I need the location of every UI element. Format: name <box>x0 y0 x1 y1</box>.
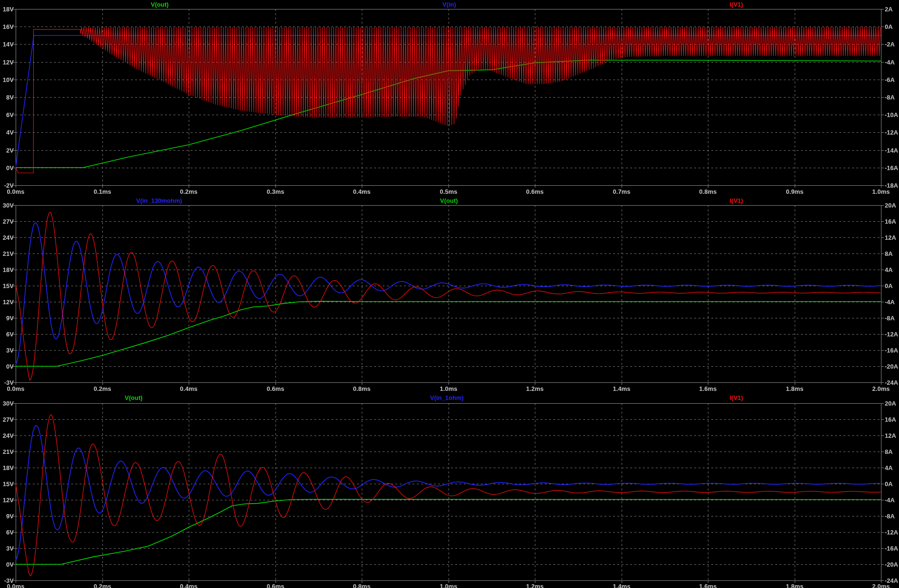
pane2-ytick-left-30V: 30V <box>0 202 14 208</box>
pane1-ytick-left-10V: 10V <box>0 77 14 83</box>
pane3-time-tick-1.2ms: 1.2ms <box>515 583 555 588</box>
pane3-ytick-left-30V: 30V <box>0 400 14 407</box>
pane2-ytick-right-0A: 0A <box>885 283 893 289</box>
pane1-ytick-left-18V: 18V <box>0 6 14 12</box>
pane2-time-tick-0.4ms: 0.4ms <box>169 386 209 392</box>
pane1-ytick-right--12A: -12A <box>885 129 898 136</box>
pane3-time-tick-1.8ms: 1.8ms <box>775 583 815 588</box>
pane1-ytick-left-4V: 4V <box>0 129 14 136</box>
pane2-ytick-left-9V: 9V <box>0 315 14 321</box>
pane3-time-tick-1.6ms: 1.6ms <box>688 583 728 588</box>
pane2-time-tick-0.8ms: 0.8ms <box>342 386 382 392</box>
pane2-ytick-right--12A: -12A <box>885 331 898 337</box>
waveform-viewer: V(out)V(in)I(V1)18V16V14V12V10V8V6V4V2V0… <box>0 0 899 588</box>
trace-label-i-v1-[interactable]: I(V1) <box>730 198 743 204</box>
pane3-ytick-right-0A: 0A <box>885 481 893 487</box>
pane3-ytick-left-0V: 0V <box>0 561 14 568</box>
pane1-time-tick-0.6ms: 0.6ms <box>515 189 555 195</box>
pane1-ytick-left-6V: 6V <box>0 112 14 118</box>
pane2-ytick-right--20A: -20A <box>885 363 898 370</box>
pane2-ytick-right-12A: 12A <box>885 235 896 241</box>
pane3-ytick-right-20A: 20A <box>885 400 896 407</box>
pane2-time-tick-1.2ms: 1.2ms <box>515 386 555 392</box>
pane1-time-tick-0.9ms: 0.9ms <box>775 189 815 195</box>
pane2-ytick-right-20A: 20A <box>885 202 896 208</box>
pane2-time-tick-2.0ms: 2.0ms <box>861 386 899 392</box>
pane2-time-tick-0.6ms: 0.6ms <box>256 386 295 392</box>
trace-label-i-v1-[interactable]: I(V1) <box>730 395 743 401</box>
pane3-ytick-right--8A: -8A <box>885 513 895 519</box>
trace-label-v-in-130mohm-[interactable]: V(in_130mohm) <box>136 198 182 204</box>
pane3-ytick-left-24V: 24V <box>0 433 14 439</box>
pane3-time-tick-0.0ms: 0.0ms <box>0 583 36 588</box>
pane3-ytick-right--12A: -12A <box>885 529 898 535</box>
pane2-ytick-right--16A: -16A <box>885 347 898 353</box>
pane1-ytick-left-16V: 16V <box>0 24 14 30</box>
pane3-ytick-right--16A: -16A <box>885 545 898 552</box>
pane3-ytick-left-21V: 21V <box>0 449 14 455</box>
trace-label-v-out-[interactable]: V(out) <box>440 198 458 204</box>
pane3-ytick-right-16A: 16A <box>885 416 896 423</box>
pane1-time-tick-0.8ms: 0.8ms <box>688 189 728 195</box>
trace-label-v-in-1ohm-[interactable]: V(in_1ohm) <box>430 395 464 401</box>
pane3-ytick-right-8A: 8A <box>885 449 893 455</box>
pane1-time-tick-0.4ms: 0.4ms <box>342 189 382 195</box>
pane2-ytick-right--8A: -8A <box>885 315 895 321</box>
pane2-time-tick-0.0ms: 0.0ms <box>0 386 36 392</box>
pane2-time-tick-1.0ms: 1.0ms <box>429 386 468 392</box>
pane2-ytick-left-6V: 6V <box>0 331 14 337</box>
pane2-time-tick-1.6ms: 1.6ms <box>688 386 728 392</box>
pane1-ytick-left-12V: 12V <box>0 59 14 65</box>
pane1-ytick-left-8V: 8V <box>0 94 14 100</box>
pane1-time-tick-0.0ms: 0.0ms <box>0 189 36 195</box>
waveform-plot-canvas[interactable] <box>0 0 899 588</box>
pane3-ytick-left-6V: 6V <box>0 529 14 535</box>
pane3-ytick-left-12V: 12V <box>0 497 14 503</box>
pane1-time-tick-1.0ms: 1.0ms <box>861 189 899 195</box>
pane3-time-tick-1.4ms: 1.4ms <box>602 583 642 588</box>
pane1-time-tick-0.5ms: 0.5ms <box>429 189 468 195</box>
trace-label-v-out-[interactable]: V(out) <box>125 395 143 401</box>
pane2-ytick-left-18V: 18V <box>0 267 14 273</box>
pane3-time-tick-0.6ms: 0.6ms <box>256 583 295 588</box>
pane1-ytick-left-2V: 2V <box>0 147 14 154</box>
pane3-time-tick-0.2ms: 0.2ms <box>83 583 122 588</box>
pane3-ytick-left-3V: 3V <box>0 545 14 552</box>
pane2-ytick-left-15V: 15V <box>0 283 14 289</box>
pane2-ytick-left-24V: 24V <box>0 235 14 241</box>
pane3-ytick-right--4A: -4A <box>885 497 895 503</box>
trace-label-i-v1-[interactable]: I(V1) <box>730 1 743 8</box>
pane1-ytick-right--16A: -16A <box>885 165 898 171</box>
pane1-ytick-right--6A: -6A <box>885 77 895 83</box>
pane3-ytick-right--20A: -20A <box>885 561 898 568</box>
pane2-time-tick-1.8ms: 1.8ms <box>775 386 815 392</box>
pane2-ytick-left-21V: 21V <box>0 251 14 257</box>
pane2-ytick-right--4A: -4A <box>885 299 895 305</box>
pane2-ytick-left-12V: 12V <box>0 299 14 305</box>
pane1-time-tick-0.3ms: 0.3ms <box>256 189 295 195</box>
pane3-ytick-left-18V: 18V <box>0 465 14 471</box>
pane1-ytick-left-14V: 14V <box>0 41 14 47</box>
pane2-ytick-left-3V: 3V <box>0 347 14 353</box>
pane3-ytick-left-27V: 27V <box>0 416 14 423</box>
pane2-ytick-left-0V: 0V <box>0 363 14 370</box>
pane3-ytick-left-15V: 15V <box>0 481 14 487</box>
pane3-ytick-right-4A: 4A <box>885 465 893 471</box>
pane3-ytick-left-9V: 9V <box>0 513 14 519</box>
pane1-ytick-left-0V: 0V <box>0 165 14 171</box>
pane2-ytick-right-16A: 16A <box>885 218 896 225</box>
trace-label-v-out-[interactable]: V(out) <box>151 1 169 8</box>
pane1-time-tick-0.1ms: 0.1ms <box>83 189 122 195</box>
pane2-time-tick-0.2ms: 0.2ms <box>83 386 122 392</box>
pane3-ytick-right-12A: 12A <box>885 433 896 439</box>
pane1-ytick-right--10A: -10A <box>885 112 898 118</box>
pane1-time-tick-0.7ms: 0.7ms <box>602 189 642 195</box>
pane1-ytick-right-0A: 0A <box>885 24 893 30</box>
pane1-ytick-right--2A: -2A <box>885 41 895 47</box>
pane1-ytick-right-2A: 2A <box>885 6 893 12</box>
pane1-ytick-right--14A: -14A <box>885 147 898 154</box>
trace-label-v-in-[interactable]: V(in) <box>442 1 456 8</box>
pane3-time-tick-1.0ms: 1.0ms <box>429 583 468 588</box>
pane1-ytick-right--8A: -8A <box>885 94 895 100</box>
pane2-ytick-left-27V: 27V <box>0 218 14 225</box>
